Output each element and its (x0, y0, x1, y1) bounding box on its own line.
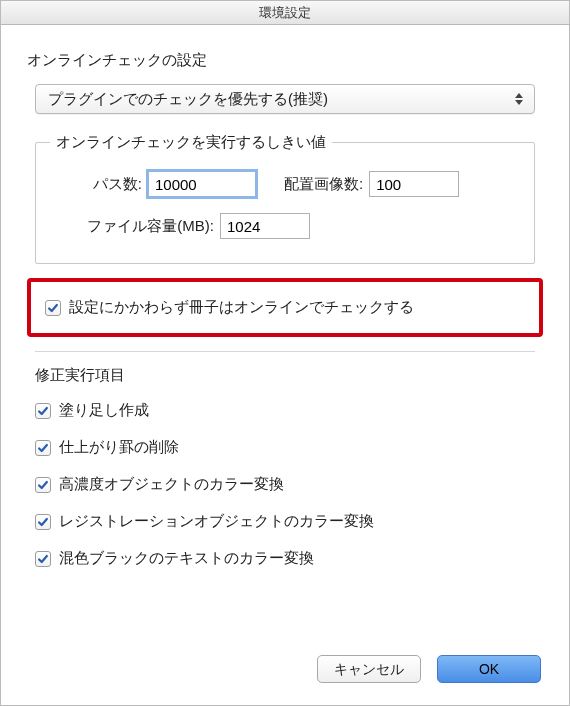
image-count-input[interactable] (369, 171, 459, 197)
online-check-section-label: オンラインチェックの設定 (27, 51, 543, 70)
window-title: 環境設定 (1, 1, 569, 25)
fix-mixedblack-label: 混色ブラックのテキストのカラー変換 (59, 549, 314, 568)
checkmark-icon (37, 479, 49, 491)
checkmark-icon (47, 302, 59, 314)
threshold-fieldset: オンラインチェックを実行するしきい値 パス数: 配置画像数: ファイル容量(MB… (35, 142, 535, 264)
check-method-select-value: プラグインでのチェックを優先する(推奨) (35, 84, 535, 114)
fixes-list: 塗り足し作成 仕上がり罫の削除 高濃度オブジェクトのカラー変換 レジストレーショ… (35, 401, 543, 568)
fix-mixedblack-checkbox[interactable] (35, 551, 51, 567)
button-row: キャンセル OK (317, 655, 541, 683)
fix-registration-checkbox[interactable] (35, 514, 51, 530)
path-count-label: パス数: (54, 175, 142, 194)
filesize-label: ファイル容量(MB): (54, 217, 214, 236)
fixes-section-label: 修正実行項目 (35, 366, 543, 385)
cancel-button[interactable]: キャンセル (317, 655, 421, 683)
select-arrows-icon (509, 87, 529, 111)
checkmark-icon (37, 516, 49, 528)
fix-bleed-label: 塗り足し作成 (59, 401, 149, 420)
checkmark-icon (37, 442, 49, 454)
always-online-label: 設定にかかわらず冊子はオンラインでチェックする (69, 298, 414, 317)
preferences-window: 環境設定 オンラインチェックの設定 プラグインでのチェックを優先する(推奨) オ… (0, 0, 570, 706)
fix-density-label: 高濃度オブジェクトのカラー変換 (59, 475, 284, 494)
fix-trim-label: 仕上がり罫の削除 (59, 438, 179, 457)
always-online-checkbox[interactable] (45, 300, 61, 316)
fix-registration-label: レジストレーションオブジェクトのカラー変換 (59, 512, 374, 531)
path-count-input[interactable] (148, 171, 256, 197)
threshold-legend: オンラインチェックを実行するしきい値 (50, 133, 332, 152)
filesize-input[interactable] (220, 213, 310, 239)
highlight-box: 設定にかかわらず冊子はオンラインでチェックする (27, 278, 543, 337)
fix-density-checkbox[interactable] (35, 477, 51, 493)
divider (35, 351, 535, 352)
content-area: オンラインチェックの設定 プラグインでのチェックを優先する(推奨) オンラインチ… (1, 25, 569, 588)
ok-button[interactable]: OK (437, 655, 541, 683)
checkmark-icon (37, 405, 49, 417)
fix-trim-checkbox[interactable] (35, 440, 51, 456)
fix-bleed-checkbox[interactable] (35, 403, 51, 419)
image-count-label: 配置画像数: (284, 175, 363, 194)
checkmark-icon (37, 553, 49, 565)
check-method-select[interactable]: プラグインでのチェックを優先する(推奨) (35, 84, 535, 114)
